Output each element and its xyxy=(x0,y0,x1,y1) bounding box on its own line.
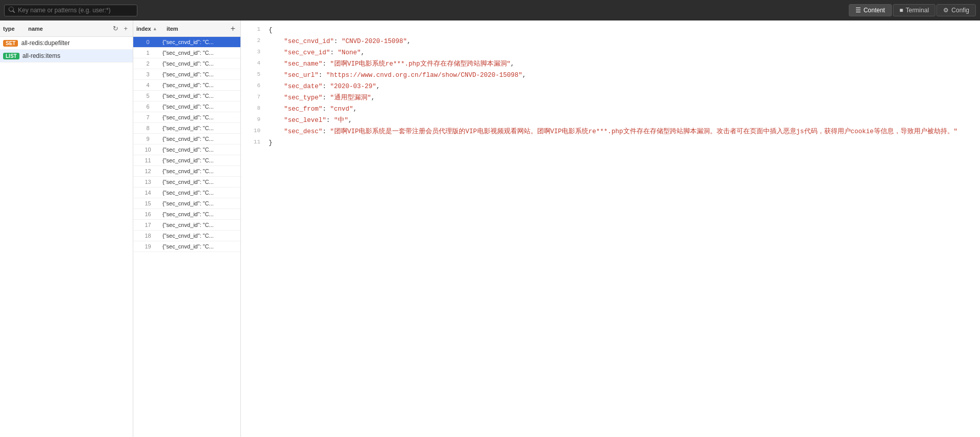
col-type-header: type xyxy=(3,26,26,32)
gear-icon: ⚙ xyxy=(943,7,949,14)
item-cell: {"sec_cnvd_id": "C... xyxy=(162,211,237,217)
json-content: "sec_cnvd_id": "CNVD-2020-15098", xyxy=(269,36,976,47)
json-content: "sec_from": "cnvd", xyxy=(269,104,976,114)
list-item-row[interactable]: 9 {"sec_cnvd_id": "C... xyxy=(133,134,240,144)
list-panel: index ▲ item + 0 {"sec_cnvd_id": "C... 1… xyxy=(133,20,241,437)
index-cell: 7 xyxy=(136,114,159,120)
line-number: 11 xyxy=(245,138,260,147)
col-index-header: index ▲ xyxy=(136,26,165,32)
json-content: "sec_desc": "团啊VIP电影系统是一套带注册会员代理版的VIP电影视… xyxy=(269,127,976,137)
add-key-button[interactable]: + xyxy=(121,24,130,33)
json-content: } xyxy=(269,138,976,148)
index-cell: 14 xyxy=(136,190,159,196)
line-number: 8 xyxy=(245,104,260,113)
item-cell: {"sec_cnvd_id": "C... xyxy=(162,93,237,99)
index-cell: 0 xyxy=(136,39,159,45)
json-line: 9 "sec_level": "中", xyxy=(241,115,980,126)
list-item-row[interactable]: 15 {"sec_cnvd_id": "C... xyxy=(133,198,240,209)
tab-group: ☰ Content ■ Terminal ⚙ Config xyxy=(849,4,976,16)
json-line: 10 "sec_desc": "团啊VIP电影系统是一套带注册会员代理版的VIP… xyxy=(241,126,980,137)
col-item-header: item xyxy=(167,26,227,32)
line-number: 3 xyxy=(245,48,260,57)
list-item-row[interactable]: 13 {"sec_cnvd_id": "C... xyxy=(133,177,240,188)
type-badge: LIST xyxy=(3,53,19,59)
refresh-button[interactable]: ↻ xyxy=(111,24,120,33)
index-cell: 1 xyxy=(136,50,159,56)
json-line: 11} xyxy=(241,137,980,149)
item-cell: {"sec_cnvd_id": "C... xyxy=(162,114,237,120)
list-header: index ▲ item + xyxy=(133,20,240,37)
list-item-row[interactable]: 19 {"sec_cnvd_id": "C... xyxy=(133,241,240,252)
index-cell: 17 xyxy=(136,222,159,228)
list-item-row[interactable]: 14 {"sec_cnvd_id": "C... xyxy=(133,188,240,198)
list-item-row[interactable]: 12 {"sec_cnvd_id": "C... xyxy=(133,166,240,177)
index-cell: 2 xyxy=(136,60,159,67)
item-cell: {"sec_cnvd_id": "C... xyxy=(162,157,237,163)
line-number: 2 xyxy=(245,36,260,46)
key-name: all-redis:dupefilter xyxy=(21,39,70,47)
top-bar: ☰ Content ■ Terminal ⚙ Config xyxy=(0,0,980,20)
item-cell: {"sec_cnvd_id": "C... xyxy=(162,50,237,56)
index-cell: 11 xyxy=(136,157,159,163)
json-content: "sec_date": "2020-03-29", xyxy=(269,81,976,92)
index-cell: 19 xyxy=(136,243,159,249)
terminal-icon: ■ xyxy=(900,7,903,14)
item-cell: {"sec_cnvd_id": "C... xyxy=(162,147,237,153)
index-cell: 3 xyxy=(136,71,159,77)
list-item-row[interactable]: 17 {"sec_cnvd_id": "C... xyxy=(133,220,240,231)
tab-content[interactable]: ☰ Content xyxy=(849,4,892,16)
json-content: "sec_type": "通用型漏洞", xyxy=(269,93,976,103)
sidebar-header: type name ↻ + xyxy=(0,20,133,37)
item-cell: {"sec_cnvd_id": "C... xyxy=(162,168,237,174)
json-content: "sec_level": "中", xyxy=(269,115,976,126)
item-cell: {"sec_cnvd_id": "C... xyxy=(162,136,237,142)
json-content: { xyxy=(269,25,976,35)
list-item-row[interactable]: 5 {"sec_cnvd_id": "C... xyxy=(133,91,240,101)
list-item-row[interactable]: 11 {"sec_cnvd_id": "C... xyxy=(133,155,240,166)
file-icon: ☰ xyxy=(855,7,861,14)
search-box[interactable] xyxy=(4,5,137,16)
line-number: 10 xyxy=(245,127,260,136)
json-content: "sec_cve_id": "None", xyxy=(269,48,976,58)
list-item-row[interactable]: 1 {"sec_cnvd_id": "C... xyxy=(133,48,240,58)
list-item-row[interactable]: 8 {"sec_cnvd_id": "C... xyxy=(133,123,240,134)
index-cell: 5 xyxy=(136,93,159,99)
list-item-row[interactable]: 4 {"sec_cnvd_id": "C... xyxy=(133,80,240,91)
line-number: 4 xyxy=(245,59,260,68)
main-area: type name ↻ + SET all-redis:dupefilter L… xyxy=(0,20,980,437)
json-line: 7 "sec_type": "通用型漏洞", xyxy=(241,92,980,103)
item-cell: {"sec_cnvd_id": "C... xyxy=(162,82,237,88)
item-cell: {"sec_cnvd_id": "C... xyxy=(162,233,237,239)
list-item-row[interactable]: 3 {"sec_cnvd_id": "C... xyxy=(133,69,240,80)
key-list: SET all-redis:dupefilter LIST all-redis:… xyxy=(0,37,133,437)
list-item-row[interactable]: 0 {"sec_cnvd_id": "C... xyxy=(133,37,240,48)
json-line: 3 "sec_cve_id": "None", xyxy=(241,47,980,58)
list-item-row[interactable]: 2 {"sec_cnvd_id": "C... xyxy=(133,58,240,69)
tab-config[interactable]: ⚙ Config xyxy=(936,4,976,16)
index-cell: 15 xyxy=(136,200,159,206)
tab-terminal[interactable]: ■ Terminal xyxy=(893,4,936,16)
list-item-row[interactable]: 18 {"sec_cnvd_id": "C... xyxy=(133,231,240,241)
index-cell: 10 xyxy=(136,147,159,153)
list-items-container: 0 {"sec_cnvd_id": "C... 1 {"sec_cnvd_id"… xyxy=(133,37,240,437)
json-line: 2 "sec_cnvd_id": "CNVD-2020-15098", xyxy=(241,36,980,47)
item-cell: {"sec_cnvd_id": "C... xyxy=(162,39,237,45)
item-cell: {"sec_cnvd_id": "C... xyxy=(162,243,237,249)
index-cell: 16 xyxy=(136,211,159,217)
sidebar-key-item[interactable]: LIST all-redis:items xyxy=(0,50,133,63)
line-number: 9 xyxy=(245,115,260,124)
index-cell: 12 xyxy=(136,168,159,174)
list-item-row[interactable]: 16 {"sec_cnvd_id": "C... xyxy=(133,209,240,220)
col-name-header: name xyxy=(28,26,109,32)
key-name: all-redis:items xyxy=(23,52,60,59)
list-item-row[interactable]: 6 {"sec_cnvd_id": "C... xyxy=(133,101,240,112)
list-item-row[interactable]: 7 {"sec_cnvd_id": "C... xyxy=(133,112,240,123)
index-cell: 4 xyxy=(136,82,159,88)
list-item-row[interactable]: 10 {"sec_cnvd_id": "C... xyxy=(133,144,240,155)
item-cell: {"sec_cnvd_id": "C... xyxy=(162,179,237,185)
search-input[interactable] xyxy=(18,7,133,14)
index-cell: 13 xyxy=(136,179,159,185)
sidebar-key-item[interactable]: SET all-redis:dupefilter xyxy=(0,37,133,50)
add-item-button[interactable]: + xyxy=(229,24,237,33)
json-line: 6 "sec_date": "2020-03-29", xyxy=(241,81,980,92)
